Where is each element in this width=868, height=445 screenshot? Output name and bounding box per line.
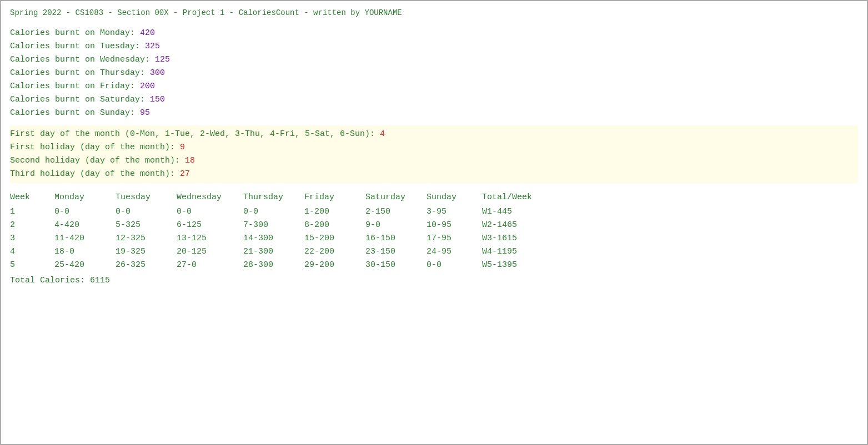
table-row: 1 0-0 0-0 0-0 0-0 1-200 2-150 3-95 W1-44… bbox=[10, 205, 858, 219]
header-wednesday: Wednesday bbox=[177, 191, 243, 204]
monday-label: Calories burnt on Monday: bbox=[10, 28, 140, 38]
wednesday-value: 125 bbox=[155, 55, 170, 64]
tuesday-line: Calories burnt on Tuesday: 325 bbox=[10, 40, 858, 53]
saturday-line: Calories burnt on Saturday: 150 bbox=[10, 93, 858, 107]
second-holiday-label: Second holiday (day of the month): bbox=[10, 156, 185, 165]
second-holiday-value: 18 bbox=[185, 156, 195, 165]
thursday-line: Calories burnt on Thursday: 300 bbox=[10, 67, 858, 80]
terminal-window: Spring 2022 - CS1083 - Section 00X - Pro… bbox=[0, 0, 868, 445]
friday-line: Calories burnt on Friday: 200 bbox=[10, 80, 858, 93]
first-day-value: 4 bbox=[380, 129, 385, 139]
first-holiday-line: First holiday (day of the month): 9 bbox=[10, 141, 858, 154]
second-holiday-line: Second holiday (day of the month): 18 bbox=[10, 154, 858, 168]
third-holiday-label: Third holiday (day of the month): bbox=[10, 169, 180, 179]
header-sunday: Sunday bbox=[427, 191, 482, 204]
sunday-value: 95 bbox=[140, 108, 150, 118]
header-friday: Friday bbox=[304, 191, 365, 204]
header-monday: Monday bbox=[54, 191, 116, 204]
table-section: Week Monday Tuesday Wednesday Thursday F… bbox=[10, 191, 858, 287]
total-calories-line: Total Calories: 6115 bbox=[10, 274, 858, 287]
third-holiday-value: 27 bbox=[180, 169, 190, 179]
header-tuesday: Tuesday bbox=[116, 191, 177, 204]
title-text: Spring 2022 - CS1083 - Section 00X - Pro… bbox=[10, 8, 402, 17]
friday-label: Calories burnt on Friday: bbox=[10, 82, 140, 91]
sunday-line: Calories burnt on Sunday: 95 bbox=[10, 107, 858, 120]
calories-section: Calories burnt on Monday: 420 Calories b… bbox=[10, 27, 858, 120]
table-row: 2 4-420 5-325 6-125 7-300 8-200 9-0 10-9… bbox=[10, 219, 858, 232]
friday-value: 200 bbox=[140, 82, 155, 91]
saturday-value: 150 bbox=[150, 95, 165, 104]
first-holiday-label: First holiday (day of the month): bbox=[10, 143, 180, 152]
title-bar: Spring 2022 - CS1083 - Section 00X - Pro… bbox=[10, 7, 858, 19]
sunday-label: Calories burnt on Sunday: bbox=[10, 108, 140, 118]
thursday-label: Calories burnt on Thursday: bbox=[10, 68, 150, 78]
table-header-row: Week Monday Tuesday Wednesday Thursday F… bbox=[10, 191, 858, 204]
header-total: Total/Week bbox=[482, 191, 554, 204]
header-saturday: Saturday bbox=[365, 191, 427, 204]
third-holiday-line: Third holiday (day of the month): 27 bbox=[10, 168, 858, 181]
input-section: First day of the month (0-Mon, 1-Tue, 2-… bbox=[10, 125, 858, 183]
thursday-value: 300 bbox=[150, 68, 165, 78]
table-row: 3 11-420 12-325 13-125 14-300 15-200 16-… bbox=[10, 232, 858, 245]
saturday-label: Calories burnt on Saturday: bbox=[10, 95, 150, 104]
total-value: 6115 bbox=[90, 276, 110, 285]
header-week: Week bbox=[10, 191, 54, 204]
monday-value: 420 bbox=[140, 28, 155, 38]
total-label: Total Calories: bbox=[10, 276, 90, 285]
first-holiday-value: 9 bbox=[180, 143, 185, 152]
table-row: 4 18-0 19-325 20-125 21-300 22-200 23-15… bbox=[10, 245, 858, 259]
tuesday-label: Calories burnt on Tuesday: bbox=[10, 42, 145, 51]
wednesday-label: Calories burnt on Wednesday: bbox=[10, 55, 155, 64]
first-day-line: First day of the month (0-Mon, 1-Tue, 2-… bbox=[10, 128, 858, 141]
header-thursday: Thursday bbox=[243, 191, 304, 204]
monday-line: Calories burnt on Monday: 420 bbox=[10, 27, 858, 40]
wednesday-line: Calories burnt on Wednesday: 125 bbox=[10, 53, 858, 67]
table-row: 5 25-420 26-325 27-0 28-300 29-200 30-15… bbox=[10, 259, 858, 272]
first-day-label: First day of the month (0-Mon, 1-Tue, 2-… bbox=[10, 129, 380, 139]
tuesday-value: 325 bbox=[145, 42, 160, 51]
